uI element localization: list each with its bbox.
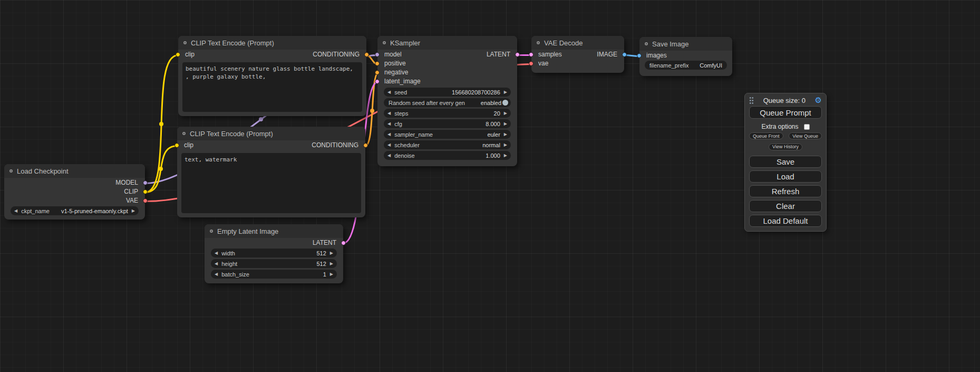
decrement-arrow-icon[interactable]: ◀ (215, 251, 218, 255)
decrement-arrow-icon[interactable]: ◀ (215, 262, 218, 266)
node-vae-decode[interactable]: VAE Decode samples IMAGE vae (531, 36, 624, 73)
increment-arrow-icon[interactable]: ▶ (504, 143, 507, 147)
node-header[interactable]: KSampler (377, 36, 517, 50)
node-header[interactable]: Load Checkpoint (4, 164, 145, 178)
decrement-arrow-icon[interactable]: ◀ (387, 143, 391, 147)
widget-name: filename_prefix (649, 62, 689, 69)
node-header[interactable]: CLIP Text Encode (Prompt) (177, 127, 365, 140)
collapse-dot-icon[interactable] (182, 132, 186, 135)
latent-output-port[interactable] (515, 52, 520, 57)
vae-input-port[interactable] (529, 61, 533, 66)
collapse-dot-icon[interactable] (645, 42, 648, 45)
node-clip-text-encode-positive[interactable]: CLIP Text Encode (Prompt) clip CONDITION… (178, 36, 366, 116)
widget-sampler-name[interactable]: ◀ sampler_name euler ▶ (384, 130, 511, 139)
decrement-arrow-icon[interactable]: ◀ (387, 154, 391, 158)
extra-options-checkbox[interactable] (804, 124, 810, 130)
collapse-dot-icon[interactable] (383, 41, 386, 44)
toggle-knob-icon[interactable] (502, 100, 508, 106)
drag-handle-icon[interactable] (749, 96, 754, 104)
widget-scheduler[interactable]: ◀ scheduler normal ▶ (384, 140, 511, 149)
widget-ckpt-name[interactable]: ◀ ckpt_name v1-5-pruned-emaonly.ckpt ▶ (11, 206, 139, 215)
vae-output-port[interactable] (143, 198, 148, 203)
view-history-button[interactable]: View History (769, 144, 802, 150)
widget-name: denoise (394, 152, 415, 159)
increment-arrow-icon[interactable]: ▶ (504, 111, 507, 116)
node-save-image[interactable]: Save Image images filename_prefix ComfyU… (639, 37, 732, 76)
widget-height[interactable]: ◀ height 512 ▶ (211, 259, 337, 268)
node-title: KSampler (390, 39, 420, 47)
widget-seed[interactable]: ◀ seed 156680208700286 ▶ (384, 88, 511, 97)
widget-value: 20 (494, 110, 500, 117)
conditioning-output-port[interactable] (363, 143, 368, 148)
negative-input-port[interactable] (375, 70, 380, 75)
decrement-arrow-icon[interactable]: ◀ (14, 209, 17, 213)
decrement-arrow-icon[interactable]: ◀ (387, 90, 391, 94)
input-label-clip: clip (185, 51, 195, 58)
widget-name: batch_size (221, 271, 249, 278)
increment-arrow-icon[interactable]: ▶ (330, 272, 333, 276)
clear-button[interactable]: Clear (749, 200, 822, 212)
decrement-arrow-icon[interactable]: ◀ (387, 122, 391, 126)
widget-name: cfg (394, 121, 402, 127)
widget-filename-prefix[interactable]: filename_prefix ComfyUI (645, 61, 727, 70)
output-label-conditioning: CONDITIONING (313, 51, 360, 58)
negative-prompt-input[interactable]: text, watermark (181, 153, 361, 213)
model-input-port[interactable] (375, 52, 380, 57)
widget-width[interactable]: ◀ width 512 ▶ (211, 249, 337, 257)
clip-input-port[interactable] (176, 52, 180, 57)
save-button[interactable]: Save (749, 156, 822, 168)
widget-random-seed-toggle[interactable]: Random seed after every gen enabled (384, 98, 511, 107)
clip-output-port[interactable] (143, 189, 148, 194)
image-output-port[interactable] (622, 52, 627, 57)
node-clip-text-encode-negative[interactable]: CLIP Text Encode (Prompt) clip CONDITION… (177, 127, 365, 217)
node-header[interactable]: Empty Latent Image (205, 224, 343, 238)
widget-batch-size[interactable]: ◀ batch_size 1 ▶ (211, 270, 337, 279)
model-output-port[interactable] (143, 180, 148, 185)
node-load-checkpoint[interactable]: Load Checkpoint MODEL CLIP VAE ◀ ckpt_na… (4, 164, 145, 220)
conditioning-output-port[interactable] (364, 52, 369, 57)
positive-input-port[interactable] (375, 61, 380, 66)
increment-arrow-icon[interactable]: ▶ (330, 251, 333, 255)
samples-input-port[interactable] (529, 52, 533, 57)
widget-value: 1.000 (486, 152, 500, 159)
increment-arrow-icon[interactable]: ▶ (504, 122, 507, 126)
settings-gear-icon[interactable]: ⚙ (815, 96, 822, 105)
collapse-dot-icon[interactable] (9, 169, 13, 173)
collapse-dot-icon[interactable] (537, 41, 540, 44)
widget-value: v1-5-pruned-emaonly.ckpt (61, 208, 128, 214)
queue-front-button[interactable]: Queue Front (749, 132, 783, 139)
refresh-button[interactable]: Refresh (749, 185, 822, 197)
collapse-dot-icon[interactable] (210, 230, 213, 233)
queue-prompt-button[interactable]: Queue Prompt (749, 106, 822, 119)
widget-steps[interactable]: ◀ steps 20 ▶ (384, 109, 511, 118)
node-title: CLIP Text Encode (Prompt) (191, 39, 274, 47)
widget-value: 512 (316, 250, 326, 256)
decrement-arrow-icon[interactable]: ◀ (215, 272, 218, 276)
images-input-port[interactable] (637, 53, 642, 58)
node-header[interactable]: Save Image (639, 37, 732, 51)
node-ksampler[interactable]: KSampler model LATENT positive negative … (377, 36, 517, 166)
widget-name: sampler_name (394, 131, 433, 138)
node-empty-latent-image[interactable]: Empty Latent Image LATENT ◀ width 512 ▶ … (205, 224, 343, 283)
latent-output-port[interactable] (341, 241, 346, 245)
increment-arrow-icon[interactable]: ▶ (504, 90, 507, 94)
collapse-dot-icon[interactable] (183, 41, 187, 44)
load-button[interactable]: Load (749, 170, 822, 183)
clip-input-port[interactable] (174, 143, 179, 148)
node-header[interactable]: VAE Decode (531, 36, 624, 50)
widget-name: height (221, 261, 237, 267)
increment-arrow-icon[interactable]: ▶ (132, 209, 135, 213)
decrement-arrow-icon[interactable]: ◀ (387, 111, 391, 116)
wire-midpoint-dot (370, 109, 374, 113)
view-queue-button[interactable]: View Queue (789, 132, 822, 139)
increment-arrow-icon[interactable]: ▶ (330, 262, 333, 266)
increment-arrow-icon[interactable]: ▶ (504, 154, 507, 158)
increment-arrow-icon[interactable]: ▶ (504, 132, 507, 137)
positive-prompt-input[interactable]: beautiful scenery nature glass bottle la… (182, 62, 362, 112)
node-header[interactable]: CLIP Text Encode (Prompt) (178, 36, 366, 50)
widget-denoise[interactable]: ◀ denoise 1.000 ▶ (384, 151, 511, 160)
decrement-arrow-icon[interactable]: ◀ (387, 132, 391, 137)
latent-image-input-port[interactable] (375, 79, 380, 84)
widget-cfg[interactable]: ◀ cfg 8.000 ▶ (384, 119, 511, 128)
load-default-button[interactable]: Load Default (749, 215, 822, 227)
